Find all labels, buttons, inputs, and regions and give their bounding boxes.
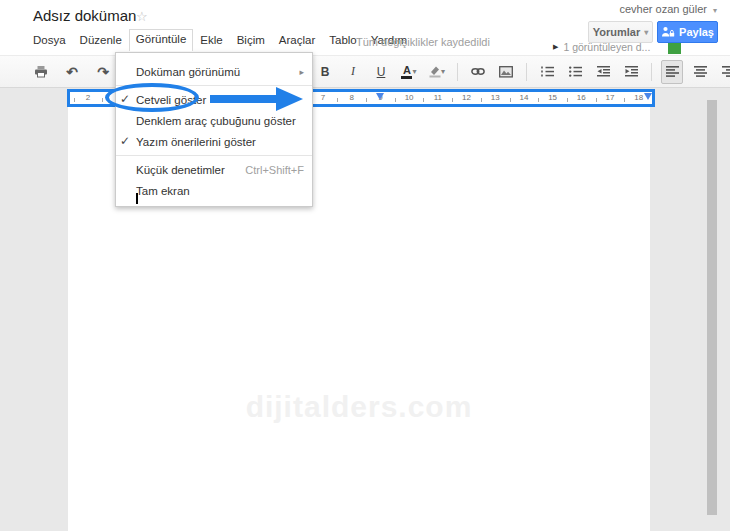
menu-item-dokuman-gorunumu[interactable]: Doküman görünümü ▸	[116, 61, 312, 82]
ruler-number: 8	[345, 93, 359, 102]
menu-bicim[interactable]: Biçim	[230, 31, 272, 49]
align-right-button[interactable]	[717, 60, 730, 84]
link-icon	[471, 66, 485, 77]
toolbar-separator	[457, 63, 458, 81]
document-title[interactable]: Adsız doküman	[33, 7, 136, 24]
menu-item-label: Doküman görünümü	[136, 66, 240, 78]
ruler-tick	[366, 98, 367, 102]
ruler-number: 16	[574, 93, 588, 102]
ruler-number: 11	[431, 93, 445, 102]
align-center-button[interactable]	[689, 60, 711, 84]
menu-item-label: Tam ekran	[136, 185, 190, 197]
ruler-tick	[337, 98, 338, 102]
bulleted-list-button[interactable]	[564, 60, 586, 84]
menu-item-kucuk-denetimler[interactable]: Küçük denetimler Ctrl+Shift+F	[116, 159, 312, 180]
share-button-label: Paylaş	[679, 26, 714, 38]
increase-indent-button[interactable]	[620, 60, 642, 84]
bulleted-list-icon	[569, 66, 582, 77]
toolbar-separator	[651, 63, 652, 81]
printer-icon	[34, 65, 48, 78]
menu-araclar[interactable]: Araçlar	[272, 31, 322, 49]
underline-icon: U	[377, 65, 386, 79]
ruler-number: 12	[460, 93, 474, 102]
menu-duzenle[interactable]: Düzenle	[73, 31, 129, 49]
ruler-tick	[395, 98, 396, 102]
document-area: dijitalders.com 2789101112131415161718	[0, 88, 730, 531]
presence-indicator	[668, 43, 681, 54]
google-docs-window: Adsız doküman ☆ Dosya Düzenle Görüntüle …	[0, 0, 730, 531]
menu-item-label: Denklem araç çubuğunu göster	[136, 115, 296, 127]
ruler-number: 7	[316, 93, 330, 102]
watermark: dijitalders.com	[68, 390, 650, 424]
redo-icon: ↷	[97, 66, 109, 78]
expand-arrow-icon: ▶	[553, 43, 558, 51]
bold-icon: B	[321, 65, 330, 79]
redo-button[interactable]: ↷	[92, 60, 114, 84]
text-color-button[interactable]: A ▾	[398, 60, 420, 84]
menu-item-label: Küçük denetimler	[136, 164, 225, 176]
viewers-label: 1 görüntüleyen d...	[563, 41, 650, 53]
insert-link-button[interactable]	[467, 60, 489, 84]
ruler-tick	[423, 98, 424, 102]
annotation-ellipse	[105, 83, 199, 112]
menu-item-yazim-onerileri[interactable]: ✓ Yazım önerilerini göster	[116, 131, 312, 152]
chevron-down-icon: ▾	[713, 6, 717, 15]
vertical-scrollbar[interactable]	[707, 100, 717, 515]
ruler-number: 14	[517, 93, 531, 102]
viewers-indicator[interactable]: ▶ 1 görüntüleyen d...	[553, 41, 650, 53]
menu-separator	[116, 155, 312, 156]
ruler-tick	[102, 98, 103, 102]
align-center-icon	[694, 66, 707, 77]
ruler-number: 2	[81, 93, 95, 102]
numbered-list-icon	[541, 66, 554, 77]
share-person-lock-icon	[661, 26, 675, 38]
menu-item-label: Yazım önerilerini göster	[136, 136, 256, 148]
menu-item-tam-ekran[interactable]: Tam ekran	[116, 180, 312, 201]
menu-item-denklem-arac-cubugu[interactable]: Denklem araç çubuğunu göster	[116, 110, 312, 131]
ruler-number: 10	[402, 93, 416, 102]
bold-button[interactable]: B	[314, 60, 336, 84]
star-icon[interactable]: ☆	[136, 9, 148, 24]
underline-button[interactable]: U	[370, 60, 392, 84]
decrease-indent-button[interactable]	[592, 60, 614, 84]
undo-button[interactable]: ↶	[61, 60, 83, 84]
italic-button[interactable]: I	[342, 60, 364, 84]
save-status: Tüm değişiklikler kaydedildi	[356, 36, 490, 48]
ruler-number: 13	[488, 93, 502, 102]
numbered-list-button[interactable]	[536, 60, 558, 84]
ruler-number: 15	[546, 93, 560, 102]
chevron-down-icon: ▾	[412, 67, 416, 76]
ruler-tick	[624, 98, 625, 102]
menu-item-shortcut: Ctrl+Shift+F	[245, 164, 304, 176]
menu-dosya[interactable]: Dosya	[26, 31, 73, 49]
ruler-number: 17	[603, 93, 617, 102]
ruler-tick	[538, 98, 539, 102]
align-left-button[interactable]	[661, 60, 683, 84]
print-button[interactable]	[30, 60, 52, 84]
indent-marker-icon[interactable]	[376, 93, 384, 100]
comments-button[interactable]: Yorumlar ▾	[588, 21, 653, 43]
ruler-tick	[481, 98, 482, 102]
checkmark-icon: ✓	[120, 134, 130, 148]
toolbar-separator	[526, 63, 527, 81]
view-menu-dropdown: Doküman görünümü ▸ ✓ Cetveli göster Denk…	[115, 52, 313, 207]
menu-ekle[interactable]: Ekle	[193, 31, 229, 49]
highlight-icon	[429, 65, 441, 78]
share-button[interactable]: Paylaş	[657, 21, 718, 43]
increase-indent-icon	[625, 66, 638, 77]
highlight-color-button[interactable]: ▾	[426, 60, 448, 84]
ruler-tick	[567, 98, 568, 102]
italic-icon: I	[351, 64, 355, 79]
ruler-tick	[596, 98, 597, 102]
account-menu[interactable]: cevher ozan güler ▾	[619, 3, 717, 15]
insert-image-button[interactable]	[495, 60, 517, 84]
right-indent-marker-icon[interactable]	[644, 93, 652, 100]
text-color-icon: A	[401, 65, 412, 79]
undo-icon: ↶	[66, 66, 78, 78]
ruler-tick	[452, 98, 453, 102]
annotation-arrow-head-icon	[276, 87, 303, 111]
toolbar: ↶ ↷ ▾ B I U	[0, 55, 730, 88]
image-icon	[499, 66, 513, 78]
comments-button-label: Yorumlar	[593, 26, 640, 38]
menu-goruntule[interactable]: Görüntüle	[129, 29, 194, 51]
